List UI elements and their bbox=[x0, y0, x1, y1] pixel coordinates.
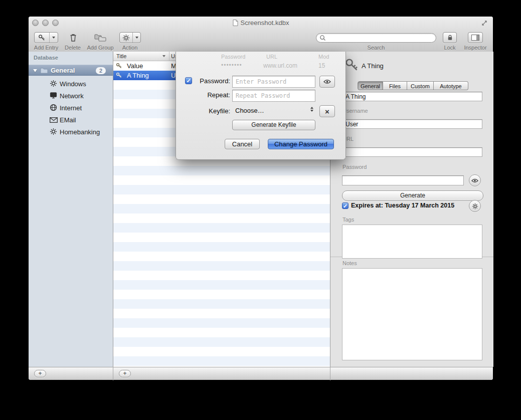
search-icon bbox=[319, 35, 326, 41]
password-field[interactable] bbox=[342, 175, 464, 185]
sheet-keyfile-label: Keyfile: bbox=[186, 107, 230, 115]
sort-indicator-icon bbox=[162, 55, 165, 57]
inspector-button[interactable] bbox=[468, 32, 483, 43]
clear-keyfile-button[interactable]: × bbox=[319, 105, 335, 117]
pane-divider bbox=[330, 367, 330, 380]
reveal-password-button[interactable] bbox=[319, 76, 335, 88]
eye-icon bbox=[323, 79, 331, 84]
app-window: Screenshot.kdbx Add Entry Delete Add bbox=[29, 17, 493, 380]
add-group-button[interactable] bbox=[93, 33, 108, 43]
folders-icon bbox=[94, 34, 106, 42]
column-divider[interactable] bbox=[169, 52, 169, 61]
tab-autotype[interactable]: Autotype bbox=[434, 81, 468, 90]
username-label: Username bbox=[342, 108, 368, 114]
tab-custom[interactable]: Custom bbox=[407, 81, 434, 90]
sidebar-item-label: EMail bbox=[60, 116, 76, 124]
sidebar-item-label: Internet bbox=[60, 104, 82, 112]
envelope-icon bbox=[50, 116, 58, 124]
add-entry-button[interactable] bbox=[34, 32, 58, 43]
sidebar: Database General 2 Windows Network Inter… bbox=[29, 52, 113, 367]
gear-icon bbox=[50, 128, 58, 136]
eye-icon bbox=[471, 178, 478, 183]
generate-button[interactable]: Generate bbox=[342, 190, 483, 201]
sidebar-item-label: Network bbox=[60, 92, 84, 100]
ghost-password-dots: •••••••• bbox=[221, 62, 242, 69]
notes-label: Notes bbox=[342, 260, 357, 266]
ghost-column-modified: Mod bbox=[318, 54, 329, 60]
add-group-plus-button[interactable]: + bbox=[34, 370, 46, 377]
search-label: Search bbox=[351, 45, 401, 51]
keyfile-popup[interactable]: Choose… bbox=[235, 107, 264, 114]
inspector-panel: A Thing GeneralFilesCustomAutotype Usern… bbox=[330, 52, 493, 367]
folder-icon bbox=[40, 67, 48, 74]
action-button[interactable] bbox=[119, 32, 141, 43]
sidebar-item-network[interactable]: Network bbox=[29, 90, 113, 102]
ghost-column-url: URL bbox=[266, 54, 277, 60]
fullscreen-icon[interactable] bbox=[481, 20, 487, 26]
tab-general[interactable]: General bbox=[358, 81, 383, 90]
sidebar-item-email[interactable]: EMail bbox=[29, 114, 113, 126]
sidebar-item-label: Homebanking bbox=[60, 128, 100, 136]
repeat-password-input[interactable] bbox=[232, 90, 315, 102]
gear-icon bbox=[472, 203, 478, 209]
inspector-panel-icon bbox=[471, 35, 479, 41]
notes-field[interactable] bbox=[342, 268, 482, 360]
column-title[interactable]: Title bbox=[116, 53, 126, 59]
add-group-label: Add Group bbox=[80, 45, 120, 51]
entry-title: A Thing bbox=[127, 72, 149, 79]
window-chrome: Screenshot.kdbx Add Entry Delete Add bbox=[29, 17, 493, 52]
monitor-icon bbox=[50, 92, 58, 100]
add-entry-plus-button[interactable]: + bbox=[119, 370, 131, 377]
sidebar-group-general[interactable]: General 2 bbox=[29, 65, 113, 76]
disclosure-triangle-icon[interactable] bbox=[33, 69, 37, 72]
expires-checkbox[interactable]: ✓ bbox=[342, 202, 349, 209]
lock-icon bbox=[447, 34, 453, 41]
chevron-down-icon bbox=[133, 37, 140, 39]
change-password-sheet: Password URL Mod •••••••• www.url.com 15… bbox=[176, 52, 346, 160]
new-password-input[interactable] bbox=[232, 76, 315, 88]
window-title: Screenshot.kdbx bbox=[241, 19, 289, 27]
title-field[interactable] bbox=[342, 92, 482, 101]
sidebar-group-label: General bbox=[51, 67, 75, 74]
close-icon: × bbox=[325, 108, 329, 115]
username-field[interactable] bbox=[342, 119, 482, 129]
sheet-repeat-label: Repeat: bbox=[186, 91, 230, 99]
sidebar-item-internet[interactable]: Internet bbox=[29, 102, 113, 114]
search-input[interactable] bbox=[328, 34, 433, 42]
inspector-label: Inspector bbox=[455, 45, 495, 51]
ghost-column-password: Password bbox=[221, 54, 245, 60]
bottom-bar: + + bbox=[29, 367, 493, 380]
group-count-badge: 2 bbox=[96, 67, 106, 74]
globe-icon bbox=[50, 104, 58, 112]
change-password-button[interactable]: Change Password bbox=[268, 139, 334, 149]
inspector-tabs: GeneralFilesCustomAutotype bbox=[358, 81, 468, 90]
generate-keyfile-button[interactable]: Generate Keyfile bbox=[232, 120, 315, 130]
tab-files[interactable]: Files bbox=[383, 81, 407, 90]
chevron-down-icon bbox=[50, 37, 58, 39]
cancel-button[interactable]: Cancel bbox=[225, 139, 260, 149]
url-field[interactable] bbox=[342, 147, 482, 157]
ghost-modified-value: 15 bbox=[318, 62, 325, 69]
ghost-url-value: www.url.com bbox=[263, 62, 297, 69]
tags-field[interactable] bbox=[342, 225, 482, 259]
window-title-group: Screenshot.kdbx bbox=[29, 19, 493, 27]
sidebar-item-homebanking[interactable]: Homebanking bbox=[29, 126, 113, 138]
key-icon bbox=[116, 63, 122, 69]
password-label: Password bbox=[342, 164, 367, 170]
expires-settings-button[interactable] bbox=[469, 200, 481, 212]
desktop-background: Screenshot.kdbx Add Entry Delete Add bbox=[0, 0, 521, 420]
document-icon bbox=[233, 20, 238, 26]
popup-stepper-icon[interactable] bbox=[310, 107, 313, 112]
search-field[interactable] bbox=[316, 33, 436, 43]
action-label: Action bbox=[115, 45, 145, 51]
sidebar-item-label: Windows bbox=[60, 80, 86, 88]
expires-label: Expires at: Tuesday 17 March 2015 bbox=[351, 202, 454, 209]
trash-icon bbox=[69, 33, 77, 42]
show-password-button[interactable] bbox=[469, 174, 481, 186]
sidebar-item-windows[interactable]: Windows bbox=[29, 78, 113, 90]
entry-key-icon bbox=[344, 58, 359, 73]
gear-icon bbox=[120, 34, 132, 42]
inspector-entry-title: A Thing bbox=[362, 62, 384, 70]
lock-button[interactable] bbox=[443, 32, 457, 43]
delete-button[interactable] bbox=[68, 33, 79, 43]
